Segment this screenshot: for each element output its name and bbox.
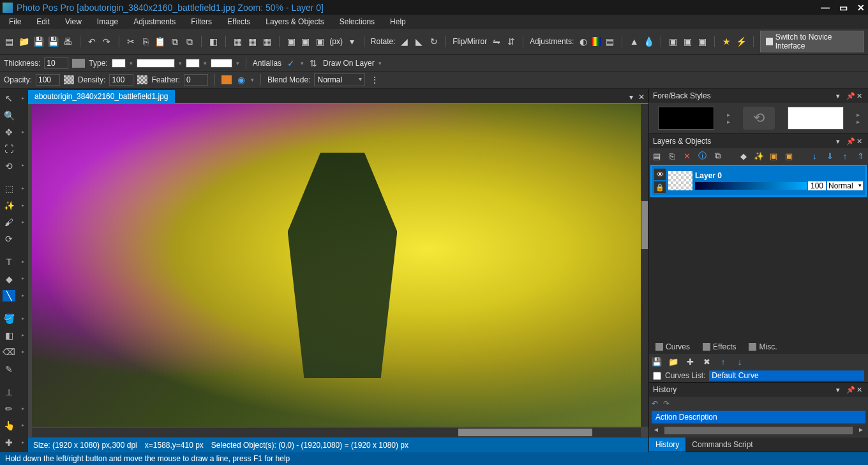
layer-down-icon[interactable]: ↓: [809, 151, 819, 161]
clone-tool[interactable]: ⟳: [3, 233, 15, 245]
tab-commands[interactable]: Commands Script: [685, 438, 759, 452]
crop-tool[interactable]: ⛶: [3, 143, 15, 155]
antialias2-icon[interactable]: ⇅: [308, 57, 319, 69]
layer-fx3-icon[interactable]: ▣: [769, 151, 779, 161]
menu-adjustments[interactable]: Adjustments: [126, 16, 183, 27]
frame2-icon[interactable]: ▣: [682, 36, 693, 47]
curves-down-icon[interactable]: ↓: [735, 356, 745, 367]
vertical-scrollbar[interactable]: [641, 104, 648, 427]
rotate-left-icon[interactable]: ◢: [400, 36, 410, 47]
panel-close-icon[interactable]: ✕: [857, 137, 864, 145]
layer-lock-icon[interactable]: 🔒: [654, 181, 666, 193]
curves-checkbox[interactable]: [653, 372, 661, 380]
fill-shape-icon[interactable]: ◉: [236, 74, 247, 86]
delete-layer-icon[interactable]: ✕: [682, 151, 692, 161]
layer-icon[interactable]: ▣: [286, 36, 297, 47]
stamp-tool[interactable]: ⊥: [3, 386, 15, 398]
layer-fx4-icon[interactable]: ▣: [784, 151, 794, 161]
panel-close-icon[interactable]: ✕: [857, 386, 864, 393]
minimize-button[interactable]: —: [821, 3, 830, 12]
smudge-tool[interactable]: 👆▸: [3, 420, 15, 431]
cut-icon[interactable]: ✂: [126, 36, 137, 47]
layer-bottom-icon[interactable]: ⇓: [825, 151, 835, 161]
curves-new-icon[interactable]: ✚: [685, 356, 695, 367]
mask-icon[interactable]: ◧: [208, 36, 219, 47]
pointer-tool[interactable]: ↖▸: [3, 93, 15, 104]
panel-menu-icon[interactable]: ▾: [836, 92, 844, 100]
line-tool[interactable]: ╲▸: [3, 290, 15, 301]
menu-selections[interactable]: Selections: [332, 16, 382, 27]
density-swatch-icon[interactable]: [137, 75, 147, 84]
bolt-icon[interactable]: ⚡: [736, 36, 747, 47]
open-icon[interactable]: 📁: [19, 36, 29, 47]
layer-opacity-slider[interactable]: [695, 182, 807, 190]
px-dropdown-icon[interactable]: ▾: [347, 36, 357, 47]
switch-interface-button[interactable]: Switch to Novice Interface: [760, 31, 864, 52]
marquee-tool[interactable]: ⬚▸: [3, 183, 15, 194]
save-icon[interactable]: 💾: [33, 36, 44, 47]
grid3-icon[interactable]: ▦: [262, 36, 273, 47]
new-layer-icon[interactable]: ▤: [652, 151, 662, 161]
history-scrollbar[interactable]: [652, 426, 865, 435]
brush-tool[interactable]: 🖌▸: [3, 217, 15, 228]
paste-special-icon[interactable]: ⧉: [184, 36, 195, 47]
layer-blend-dropdown[interactable]: Normal: [827, 181, 863, 190]
horizontal-scrollbar[interactable]: [32, 428, 641, 437]
history-undo-icon[interactable]: ↶: [652, 399, 658, 408]
panel-pin-icon[interactable]: 📌: [846, 92, 854, 100]
curves-load-icon[interactable]: 📁: [668, 356, 678, 367]
grid2-icon[interactable]: ▦: [247, 36, 258, 47]
flip-h-icon[interactable]: ⇋: [491, 36, 502, 47]
background-swatch[interactable]: [788, 107, 844, 130]
panel-pin-icon[interactable]: 📌: [846, 386, 854, 393]
saveas-icon[interactable]: 💾: [48, 36, 59, 47]
layer2-icon[interactable]: ▣: [300, 36, 311, 47]
eraser-tool[interactable]: ⌫▸: [3, 346, 15, 358]
paste-into-icon[interactable]: ⧉: [169, 36, 180, 47]
undo-icon[interactable]: ↶: [87, 36, 98, 47]
history-action-row[interactable]: Action Description: [652, 411, 865, 423]
menu-view[interactable]: View: [57, 16, 89, 27]
hue-icon[interactable]: [592, 37, 601, 46]
eyedropper-tool[interactable]: ✎: [3, 363, 15, 375]
print-icon[interactable]: 🖶: [63, 36, 73, 47]
menu-help[interactable]: Help: [382, 16, 414, 27]
panel-pin-icon[interactable]: 📌: [846, 137, 854, 145]
layer-up-icon[interactable]: ↑: [840, 151, 850, 161]
canvas[interactable]: [28, 103, 648, 438]
grid1-icon[interactable]: ▦: [232, 36, 243, 47]
rotate-free-icon[interactable]: ↻: [428, 36, 439, 47]
panel-close-icon[interactable]: ✕: [857, 92, 864, 100]
bucket-tool[interactable]: 🪣▸: [3, 313, 15, 324]
opacity-input[interactable]: [36, 74, 60, 86]
tab-menu-icon[interactable]: ▾: [629, 93, 633, 102]
default-curve-item[interactable]: Default Curve: [709, 370, 864, 381]
layer-visibility-icon[interactable]: 👁: [654, 169, 666, 180]
tab-misc[interactable]: Misc.: [742, 340, 783, 354]
layer-info-icon[interactable]: ⓘ: [698, 151, 708, 161]
tab-close-icon[interactable]: ✕: [638, 93, 645, 102]
menu-file[interactable]: File: [1, 16, 29, 27]
move-tool[interactable]: ✥▸: [3, 126, 15, 138]
curves-up-icon[interactable]: ↑: [718, 356, 728, 367]
paste-icon[interactable]: 📋: [154, 36, 165, 47]
adj1-icon[interactable]: ▲: [629, 36, 640, 47]
layer-row[interactable]: 👁 🔒 Layer 0 100 Normal: [650, 165, 867, 197]
close-button[interactable]: ✕: [857, 3, 865, 12]
antialias-icon[interactable]: ✓: [285, 57, 297, 69]
new-icon[interactable]: ▤: [4, 36, 15, 47]
maximize-button[interactable]: ▭: [839, 3, 848, 12]
magic-wand-tool[interactable]: ✨▸: [3, 200, 15, 211]
lasso-tool[interactable]: ⟲▸: [3, 160, 15, 171]
gradient-tool[interactable]: ◧▸: [3, 330, 15, 341]
fill-color-icon[interactable]: [221, 75, 232, 84]
linetype-2[interactable]: [137, 59, 175, 68]
curves-save-icon[interactable]: 💾: [652, 356, 662, 367]
tab-history[interactable]: History: [649, 438, 685, 452]
frame3-icon[interactable]: ▣: [697, 36, 708, 47]
layer-fx1-icon[interactable]: ◆: [738, 151, 749, 161]
copy-icon[interactable]: ⎘: [140, 36, 151, 47]
star-icon[interactable]: ★: [721, 36, 732, 47]
menu-effects[interactable]: Effects: [220, 16, 258, 27]
layer3-icon[interactable]: ▣: [315, 36, 326, 47]
